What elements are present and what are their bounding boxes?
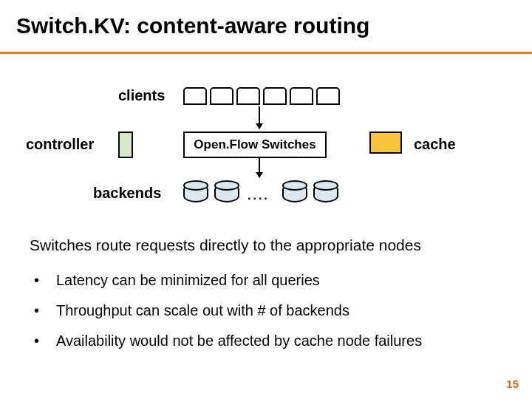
backend-node — [313, 183, 338, 202]
bullet-item: Availability would not be affected by ca… — [31, 332, 502, 349]
backends-label: backends — [93, 185, 161, 202]
summary-text: Switches route requests directly to the … — [30, 236, 421, 254]
bullet-list: Latency can be minimized for all queries… — [31, 259, 502, 363]
cache-label: cache — [414, 136, 456, 153]
controller-node — [118, 132, 133, 158]
client-node — [183, 87, 207, 105]
controller-label: controller — [26, 136, 94, 153]
arrow-clients-to-switch — [259, 106, 260, 129]
clients-label: clients — [118, 87, 165, 104]
backend-node — [282, 183, 307, 202]
backend-node — [214, 183, 239, 202]
slide-title: Switch.KV: content-aware routing — [16, 13, 369, 38]
cache-node — [369, 132, 402, 154]
client-node — [236, 87, 260, 105]
client-node — [263, 87, 287, 105]
title-underline — [0, 52, 532, 54]
switch-box: Open.Flow Switches — [183, 132, 327, 158]
client-node — [290, 87, 313, 105]
backend-node — [183, 183, 208, 202]
bullet-item: Latency can be minimized for all queries — [31, 272, 502, 289]
arrow-switch-to-backends — [259, 158, 260, 177]
client-node — [210, 87, 233, 105]
bullet-item: Throughput can scale out with # of backe… — [31, 302, 502, 319]
page-number: 15 — [506, 378, 519, 390]
ellipsis: .... — [248, 189, 270, 202]
client-node — [316, 87, 340, 105]
